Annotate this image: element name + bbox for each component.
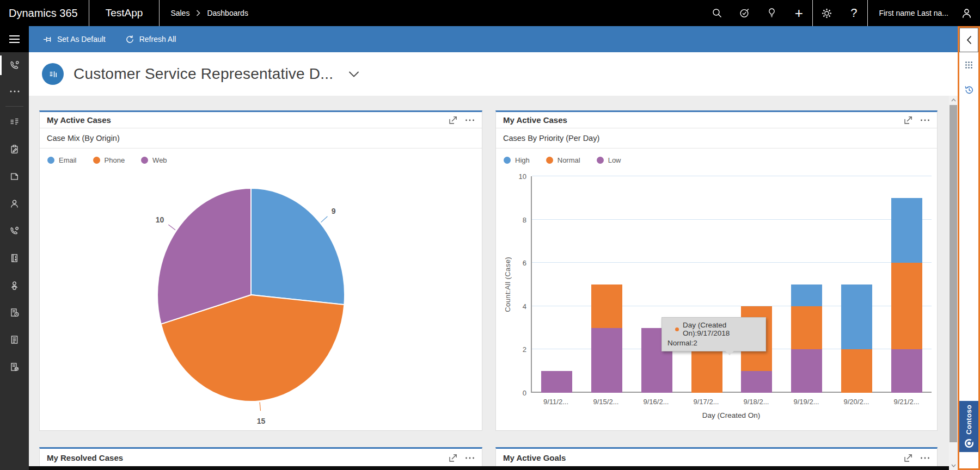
dashboard-content: My Active Cases Case Mix (By Origin) Ema… <box>29 96 949 470</box>
dots-grid-icon[interactable] <box>959 52 978 77</box>
card-my-active-cases-bar: My Active Cases Cases By Priority (Per D… <box>495 110 938 431</box>
bar-legend: HighNormalLow <box>496 149 937 172</box>
x-tick-label: 9/21/2... <box>881 398 932 406</box>
bar-segment-high[interactable] <box>841 285 872 349</box>
y-tick-label: 0 <box>523 389 526 397</box>
legend-dot <box>47 157 54 164</box>
sidebar-item-doc-coins[interactable] <box>0 353 29 380</box>
sidebar-divider <box>5 106 23 107</box>
sidebar-item-book-exclamation[interactable] <box>0 244 29 271</box>
pie-value-label-web: 10 <box>156 215 164 224</box>
more-commands-icon[interactable] <box>465 457 475 459</box>
bar-segment-normal[interactable] <box>891 263 922 349</box>
legend-dot <box>546 157 553 164</box>
sidebar-item-phone-person[interactable] <box>0 52 29 78</box>
dashboard-selector-chevron-icon[interactable] <box>348 71 359 77</box>
more-commands-icon[interactable] <box>920 457 930 459</box>
more-commands-icon[interactable] <box>465 119 475 121</box>
y-tick-label: 8 <box>523 216 526 224</box>
bar-stack[interactable] <box>791 285 822 393</box>
sidebar-item-clipboard-pencil[interactable] <box>0 135 29 163</box>
help-icon[interactable]: ? <box>840 0 867 26</box>
dashboard-badge-icon <box>42 63 64 85</box>
user-name[interactable]: First name Last na... <box>868 9 953 17</box>
quick-actions-check-icon[interactable] <box>731 0 758 26</box>
settings-gear-icon[interactable] <box>813 0 840 26</box>
bar-slot-9212 <box>881 176 932 393</box>
phone-person-icon <box>10 60 20 70</box>
bar-segment-normal[interactable] <box>791 306 822 350</box>
legend-label: Web <box>152 156 167 164</box>
bar-segment-normal[interactable] <box>591 285 622 328</box>
vertical-scrollbar[interactable] <box>949 96 958 470</box>
tooltip-pointer <box>725 351 734 355</box>
sidebar-item-doc-lines[interactable] <box>0 326 29 353</box>
sidebar-item-person[interactable] <box>0 190 29 217</box>
set-as-default-button[interactable]: Set As Default <box>33 26 115 52</box>
tenant-tab[interactable]: Contoso <box>959 401 978 452</box>
bar-segment-high[interactable] <box>791 285 822 306</box>
right-utility-rail: Contoso <box>958 26 980 470</box>
breadcrumb-dashboards[interactable]: Dashboards <box>207 9 248 17</box>
y-tick-label: 2 <box>523 345 526 354</box>
bar-segment-low[interactable] <box>791 349 822 393</box>
enlarge-chart-icon[interactable] <box>449 454 457 462</box>
lightbulb-icon[interactable] <box>758 0 785 26</box>
pie-label-leader <box>321 217 328 222</box>
x-tick-label: 9/17/2... <box>681 398 731 406</box>
enlarge-chart-icon[interactable] <box>904 454 912 462</box>
bar-stack[interactable] <box>541 371 572 393</box>
bar-segment-normal[interactable] <box>691 349 722 393</box>
sidebar-item-doc-clock[interactable] <box>0 299 29 326</box>
enlarge-chart-icon[interactable] <box>449 116 457 125</box>
bar-slot-9172 <box>682 176 732 393</box>
refresh-all-button[interactable]: Refresh All <box>115 26 186 52</box>
bar-stack[interactable] <box>691 349 722 393</box>
bar-stack[interactable] <box>891 198 922 393</box>
bar-stack[interactable] <box>841 285 872 393</box>
sidebar-item-more[interactable] <box>0 78 29 104</box>
app-name[interactable]: TestApp <box>89 7 160 19</box>
sidebar-item-person-circle[interactable] <box>0 271 29 299</box>
legend-label: Low <box>608 156 621 164</box>
bar-slot-9182 <box>732 176 782 393</box>
user-avatar-icon[interactable] <box>953 0 980 26</box>
enlarge-chart-icon[interactable] <box>904 116 912 125</box>
collapse-panel-button[interactable] <box>959 28 978 52</box>
bar-segment-low[interactable] <box>891 349 922 393</box>
grid-panel-icon <box>10 118 19 127</box>
menu-hamburger-icon[interactable] <box>0 26 29 52</box>
ellipsis-icon <box>10 90 20 92</box>
bar-stack[interactable] <box>591 285 622 393</box>
breadcrumb-sales[interactable]: Sales <box>170 9 189 17</box>
bar-chart-zone: Count:All (Case) 0246810 Day (Created On… <box>496 172 937 430</box>
card-title: My Active Goals <box>503 453 904 462</box>
sidebar-item-page-stack[interactable] <box>0 163 29 190</box>
pie-slice-email[interactable] <box>251 188 345 305</box>
person-icon <box>10 199 19 208</box>
sidebar-item-phone-gear[interactable] <box>0 217 29 244</box>
x-tick-label: 9/20/2... <box>831 398 881 406</box>
scrollbar-up-arrow[interactable] <box>949 96 958 104</box>
bar-segment-high[interactable] <box>891 198 922 263</box>
search-icon[interactable] <box>703 0 731 26</box>
bar-segment-low[interactable] <box>741 371 772 393</box>
chevron-left-icon <box>966 35 972 45</box>
history-icon[interactable] <box>959 77 978 102</box>
doc-lines-icon <box>10 335 19 344</box>
scrollbar-down-arrow[interactable] <box>949 461 958 470</box>
dashboard-title-band: Customer Service Representative D... <box>29 52 949 96</box>
scrollbar-thumb[interactable] <box>950 105 957 442</box>
sidebar-item-grid-panel[interactable] <box>0 108 29 135</box>
y-tick-label: 6 <box>523 259 526 267</box>
add-new-icon[interactable]: + <box>785 0 812 26</box>
brand-dynamics365[interactable]: Dynamics 365 <box>0 7 89 20</box>
more-commands-icon[interactable] <box>920 119 930 121</box>
page-stack-icon <box>10 172 19 181</box>
bar-segment-normal[interactable] <box>841 349 872 393</box>
card-title: My Resolved Cases <box>47 453 449 462</box>
pie-label-leader <box>260 402 260 411</box>
bar-segment-low[interactable] <box>541 371 572 393</box>
pie-label-leader <box>168 225 175 230</box>
bar-segment-low[interactable] <box>591 328 622 393</box>
